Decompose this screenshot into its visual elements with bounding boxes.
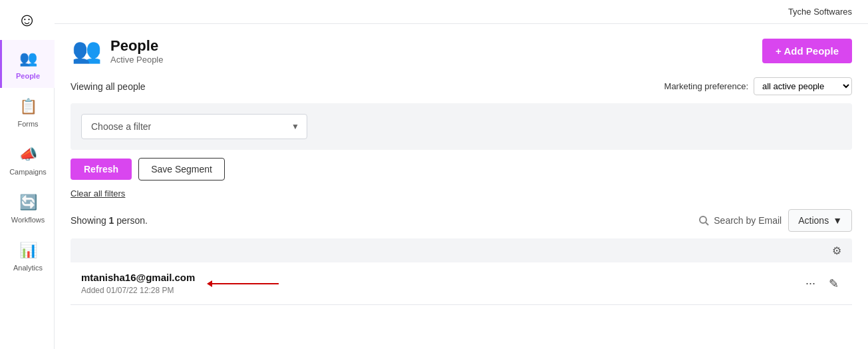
page-header: 👥 People Active People + Add People (71, 35, 852, 67)
person-actions: ··· ✎ (803, 274, 841, 294)
person-row: mtanisha16@gmail.com Added 01/07/22 12:2… (71, 262, 852, 305)
svg-line-1 (706, 222, 708, 225)
person-email: mtanisha16@gmail.com (81, 272, 195, 283)
page-title: People (110, 37, 164, 55)
person-edit-button[interactable]: ✎ (826, 274, 841, 294)
table-header: ⚙ (71, 238, 852, 262)
filter-area: Choose a filter ▼ (71, 103, 852, 150)
showing-right: Search by Email Actions ▼ (698, 209, 852, 232)
sidebar-item-forms[interactable]: 📋 Forms (0, 88, 55, 136)
actions-button[interactable]: Actions ▼ (788, 209, 852, 232)
page-title-block: People Active People (110, 37, 164, 65)
topbar: Tyche Softwares (55, 0, 868, 24)
sidebar-item-workflows-label: Workflows (11, 216, 45, 224)
sidebar-item-forms-label: Forms (17, 120, 38, 128)
showing-count: 1 (109, 215, 114, 226)
sidebar-item-campaigns[interactable]: 📣 Campaigns (0, 136, 55, 184)
content-area: 👥 People Active People + Add People View… (55, 24, 868, 349)
svg-marker-3 (207, 280, 212, 287)
marketing-pref-label: Marketing preference: (664, 81, 748, 91)
showing-text: Showing 1 person. (71, 215, 148, 226)
gear-icon[interactable]: ⚙ (832, 244, 841, 257)
filter-select[interactable]: Choose a filter (81, 114, 307, 139)
refresh-button[interactable]: Refresh (71, 159, 132, 180)
logo-icon: ☺ (17, 9, 37, 31)
sidebar-item-people-label: People (16, 72, 40, 80)
company-name: Tyche Softwares (788, 7, 852, 17)
page-people-icon: 👥 (71, 35, 102, 67)
sidebar-logo: ☺ (0, 0, 55, 40)
person-added: Added 01/07/22 12:28 PM (81, 286, 195, 295)
sidebar: ☺ 👥 People 📋 Forms 📣 Campaigns 🔄 Workflo… (0, 0, 55, 349)
arrow-annotation (206, 277, 285, 290)
search-icon (698, 214, 710, 226)
marketing-preference: Marketing preference: all active people … (664, 77, 852, 95)
svg-point-0 (700, 216, 706, 223)
marketing-pref-select[interactable]: all active people subscribed unsubscribe… (754, 77, 852, 95)
person-left: mtanisha16@gmail.com Added 01/07/22 12:2… (81, 272, 285, 295)
sidebar-item-analytics[interactable]: 📊 Analytics (0, 232, 55, 280)
sidebar-item-workflows[interactable]: 🔄 Workflows (0, 184, 55, 232)
save-segment-button[interactable]: Save Segment (138, 158, 225, 180)
buttons-row: Refresh Save Segment (71, 158, 852, 180)
showing-row: Showing 1 person. Search by Email Action… (71, 209, 852, 232)
filter-select-wrapper: Choose a filter ▼ (81, 114, 307, 139)
page-header-left: 👥 People Active People (71, 35, 164, 67)
sidebar-item-analytics-label: Analytics (13, 264, 43, 272)
forms-icon: 📋 (17, 96, 39, 117)
person-more-options-button[interactable]: ··· (803, 274, 818, 293)
clear-filters-link[interactable]: Clear all filters (71, 188, 125, 198)
viewing-row: Viewing all people Marketing preference:… (71, 77, 852, 95)
campaigns-icon: 📣 (17, 144, 39, 165)
viewing-text: Viewing all people (71, 81, 146, 92)
page-subtitle: Active People (110, 55, 164, 65)
person-info: mtanisha16@gmail.com Added 01/07/22 12:2… (81, 272, 195, 295)
add-people-button[interactable]: + Add People (762, 39, 852, 63)
red-arrow-icon (206, 277, 285, 290)
sidebar-item-people[interactable]: 👥 People (0, 40, 55, 88)
actions-chevron-icon: ▼ (833, 215, 842, 226)
search-by-email-label: Search by Email (714, 215, 782, 226)
workflows-icon: 🔄 (17, 192, 39, 213)
search-email-wrapper[interactable]: Search by Email (698, 214, 782, 226)
sidebar-item-campaigns-label: Campaigns (9, 168, 47, 176)
analytics-icon: 📊 (17, 240, 39, 261)
people-icon: 👥 (17, 48, 39, 69)
main-content: Tyche Softwares 👥 People Active People +… (55, 0, 868, 349)
